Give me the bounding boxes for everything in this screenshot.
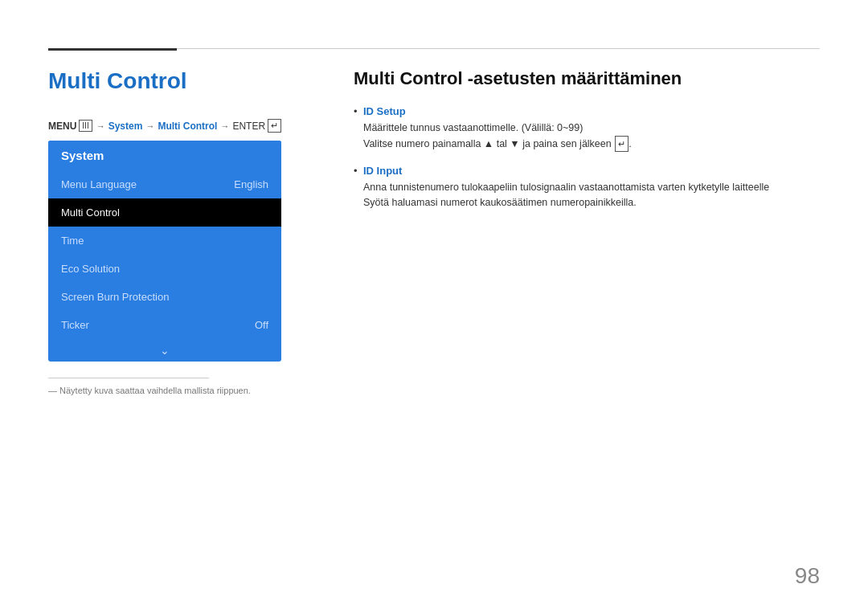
breadcrumb-arrow1: → [96,121,105,131]
page-title: Multi Control [48,68,187,94]
left-accent [48,48,177,51]
page-number: 98 [795,563,820,589]
menu-item-eco[interactable]: Eco Solution [48,255,281,283]
enter-icon-inline: ↵ [615,136,628,153]
bottom-divider [48,378,209,378]
menu-item-ticker-label: Ticker [61,319,89,331]
system-menu: System Menu Language English Multi Contr… [48,141,281,362]
footnote: ― Näytetty kuva saattaa vaihdella mallis… [48,386,251,395]
breadcrumb-enter: ENTER [232,121,265,132]
bullet-id-setup-line1: Määrittele tunnus vastaanottimelle. (Väl… [363,121,820,136]
menu-item-language-label: Menu Language [61,178,137,190]
bullet-id-setup: ID Setup Määrittele tunnus vastaanottime… [354,105,820,152]
bullet-id-setup-title: ID Setup [363,105,820,117]
bullet-id-input-line1: Anna tunnistenumero tulokaapeliin tulosi… [363,180,820,195]
menu-item-multicontrol[interactable]: Multi Control [48,198,281,227]
bullet-id-input-title: ID Input [363,165,820,177]
menu-item-eco-label: Eco Solution [61,263,120,275]
section-title: Multi Control -asetusten määrittäminen [354,68,820,89]
breadcrumb-arrow2: → [145,121,154,131]
menu-item-language[interactable]: Menu Language English [48,170,281,198]
menu-chevron: ⌄ [48,339,281,362]
menu-item-language-value: English [234,178,268,190]
menu-item-ticker-value: Off [255,319,268,331]
breadcrumb-menu: MENU [48,121,76,132]
menu-item-ticker[interactable]: Ticker Off [48,311,281,339]
breadcrumb: MENU III → System → Multi Control → ENTE… [48,119,281,133]
breadcrumb-multicontrol: Multi Control [158,121,217,132]
menu-item-screenburn-label: Screen Burn Protection [61,291,169,303]
menu-icon: III [79,120,92,132]
breadcrumb-system: System [108,121,143,132]
menu-item-time[interactable]: Time [48,227,281,255]
breadcrumb-arrow3: → [220,121,229,131]
menu-item-screenburn[interactable]: Screen Burn Protection [48,283,281,311]
menu-item-time-label: Time [61,235,84,247]
bullet-id-input-line2: Syötä haluamasi numerot kaukosäätimen nu… [363,195,820,210]
menu-item-multicontrol-label: Multi Control [61,206,120,219]
bullet-id-setup-line2: Valitse numero painamalla ▲ tal ▼ ja pai… [363,136,820,153]
menu-header: System [48,141,281,170]
right-section: Multi Control -asetusten määrittäminen I… [354,68,820,223]
enter-icon: ↵ [268,119,281,133]
bullet-id-input: ID Input Anna tunnistenumero tulokaapeli… [354,165,820,210]
